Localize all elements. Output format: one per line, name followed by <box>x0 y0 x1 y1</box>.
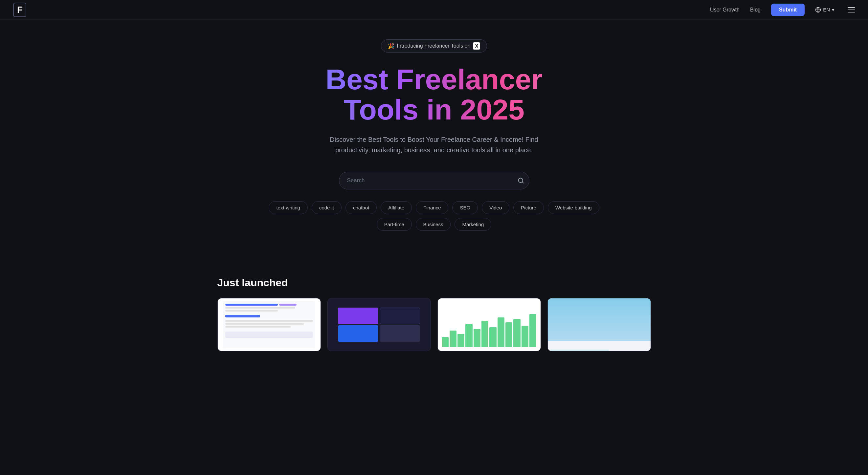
hero-section: 🎉 Introducing Freelancer Tools on X Best… <box>0 20 868 263</box>
mini-chart <box>442 314 537 347</box>
card-thumbnail <box>438 298 540 351</box>
x-platform-icon: X <box>473 42 480 50</box>
nav-link-blog[interactable]: Blog <box>750 7 761 13</box>
category-tag[interactable]: code-it <box>312 201 342 214</box>
just-launched-title: Just launched <box>211 277 657 289</box>
globe-icon <box>815 7 821 13</box>
just-launched-section: Just launched <box>204 263 664 365</box>
search-input[interactable] <box>339 172 529 189</box>
category-tag[interactable]: text-writing <box>269 201 308 214</box>
category-tag[interactable]: Video <box>482 201 509 214</box>
category-tag[interactable]: Marketing <box>455 218 491 231</box>
nav-link-user-growth[interactable]: User Growth <box>710 7 740 13</box>
product-card[interactable] <box>437 298 541 351</box>
hero-subtitle: Discover the Best Tools to Boost Your Fr… <box>319 134 549 155</box>
product-card[interactable] <box>217 298 321 351</box>
category-tag[interactable]: Affiliate <box>381 201 412 214</box>
card-thumbnail <box>328 298 431 351</box>
search-icon <box>518 177 524 184</box>
chevron-down-icon: ▾ <box>832 7 835 13</box>
category-tag[interactable]: Business <box>416 218 451 231</box>
category-tag[interactable]: Finance <box>416 201 448 214</box>
category-tag[interactable]: Picture <box>513 201 544 214</box>
nav-right: User Growth Blog Submit EN ▾ <box>710 4 855 16</box>
party-icon: 🎉 <box>388 43 395 49</box>
submit-button[interactable]: Submit <box>771 4 805 16</box>
category-tag[interactable]: chatbot <box>345 201 377 214</box>
search-container <box>339 172 529 189</box>
main-content: 🎉 Introducing Freelancer Tools on X Best… <box>0 20 868 365</box>
language-selector[interactable]: EN ▾ <box>815 7 835 13</box>
product-card[interactable] <box>328 298 431 351</box>
hero-title: Best Freelancer Tools in 2025 <box>286 64 582 125</box>
announcement-badge[interactable]: 🎉 Introducing Freelancer Tools on X <box>381 39 487 53</box>
lang-label: EN <box>823 7 830 12</box>
card-thumbnail <box>218 298 320 351</box>
category-tag[interactable]: SEO <box>452 201 478 214</box>
category-tag[interactable]: Part-time <box>377 218 412 231</box>
site-logo[interactable]: F <box>13 3 26 17</box>
category-tag[interactable]: Website-building <box>548 201 599 214</box>
menu-icon[interactable] <box>848 7 855 12</box>
svg-line-4 <box>522 182 523 183</box>
navbar: F User Growth Blog Submit EN ▾ <box>0 0 868 20</box>
product-card[interactable] <box>548 298 651 351</box>
badge-text: Introducing Freelancer Tools on <box>397 43 471 49</box>
card-thumbnail <box>548 298 651 351</box>
tags-row: text-writingcode-itchatbotAffiliateFinan… <box>253 201 615 231</box>
cards-grid <box>211 298 657 351</box>
search-button[interactable] <box>518 177 524 184</box>
